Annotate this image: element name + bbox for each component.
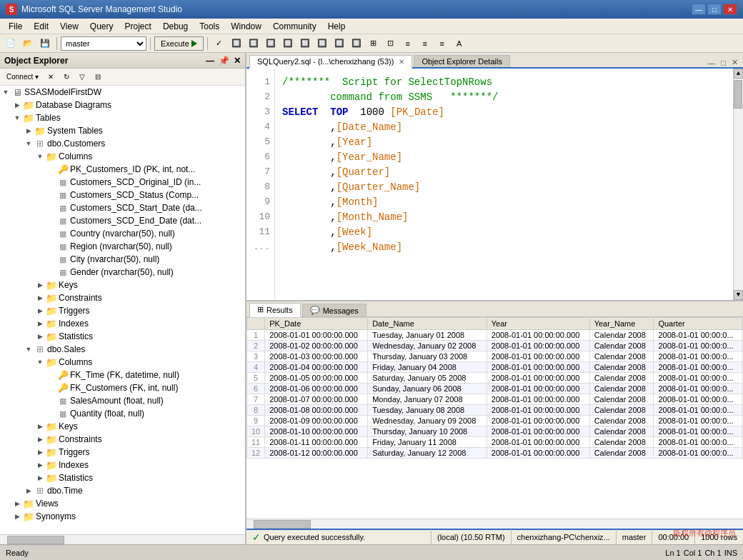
toolbar-btn-6[interactable]: 🔲	[314, 36, 330, 51]
editor-vertical-scrollbar[interactable]: ▲ ▼	[733, 69, 743, 300]
toolbar-btn-2[interactable]: 🔲	[246, 36, 261, 51]
menu-edit[interactable]: Edit	[28, 19, 54, 34]
sql-editor[interactable]: 1 2 3 4 5 6 7 8 9 10 11 ... /******* Scr…	[246, 69, 743, 300]
toolbar-btn-9[interactable]: ⊞	[366, 36, 382, 51]
expander-sales[interactable]: ▼	[23, 344, 34, 355]
panel-pin-icon[interactable]: 📌	[219, 56, 229, 66]
table-row[interactable]: 7 2008-01-07 00:00:00.000 Monday, Januar…	[247, 394, 743, 405]
tree-node-db-diagrams[interactable]: ▶ 📁 Database Diagrams	[0, 99, 245, 111]
tree-node-constraints[interactable]: ▶ 📁 Constraints	[0, 291, 245, 304]
tree-node-col8[interactable]: ▦ City (nvarchar(50), null)	[0, 253, 245, 266]
table-row[interactable]: 12 2008-01-12 00:00:00.000 Saturday, Jan…	[247, 448, 743, 459]
tree-node-sindexes[interactable]: ▶ 📁 Indexes	[0, 459, 245, 471]
expander-skeys[interactable]: ▶	[34, 421, 46, 432]
expander-views[interactable]: ▶	[11, 498, 23, 509]
disconnect-button[interactable]: ✕	[44, 71, 58, 84]
query-tab-close[interactable]: ✕	[399, 58, 404, 66]
results-h-scroll-thumb[interactable]	[254, 520, 311, 529]
col-header-quarter[interactable]: Quarter	[654, 318, 743, 330]
toolbar-btn-5[interactable]: 🔲	[297, 36, 313, 51]
toolbar-btn-12[interactable]: ≡	[417, 36, 433, 51]
new-query-button[interactable]: 📄	[3, 36, 19, 51]
tree-node-customers[interactable]: ▼ ⊞ dbo.Customers	[0, 137, 245, 150]
tree-node-tables[interactable]: ▼ 📁 Tables	[0, 111, 245, 124]
expander-triggers[interactable]: ▶	[34, 305, 46, 316]
expander-keys[interactable]: ▶	[34, 279, 46, 291]
tree-node-scol3[interactable]: ▦ SalesAmount (float, null)	[0, 394, 245, 407]
check-button[interactable]: ✓	[211, 36, 227, 51]
results-horizontal-scrollbar[interactable]	[246, 519, 743, 529]
expander-sconstraints[interactable]: ▶	[34, 434, 46, 445]
toolbar-btn-14[interactable]: A	[452, 36, 467, 51]
col-header-year[interactable]: Year	[487, 318, 589, 330]
table-row[interactable]: 10 2008-01-10 00:00:00.000 Thursday, Jan…	[247, 426, 743, 437]
table-row[interactable]: 4 2008-01-04 00:00:00.000 Friday, Januar…	[247, 362, 743, 373]
tab-panel-close[interactable]: ✕	[729, 58, 740, 67]
menu-community[interactable]: Community	[267, 19, 322, 34]
tree-node-striggers[interactable]: ▶ 📁 Triggers	[0, 446, 245, 459]
tree-node-statistics[interactable]: ▶ 📁 Statistics	[0, 330, 245, 343]
expander-customers[interactable]: ▼	[23, 138, 34, 149]
expander-db-diagrams[interactable]: ▶	[11, 99, 23, 111]
results-table-container[interactable]: PK_Date Date_Name Year Year_Name Quarter…	[246, 317, 743, 519]
tree-node-time[interactable]: ▶ ⊞ dbo.Time	[0, 484, 245, 497]
menu-tools[interactable]: Tools	[194, 19, 225, 34]
results-tab-messages[interactable]: 💬 Messages	[302, 304, 366, 316]
tree-node-indexes[interactable]: ▶ 📁 Indexes	[0, 317, 245, 330]
expander-statistics[interactable]: ▶	[34, 331, 46, 342]
save-button[interactable]: 💾	[37, 36, 53, 51]
menu-project[interactable]: Project	[119, 19, 157, 34]
collapse-button[interactable]: ⊟	[91, 71, 105, 84]
menu-query[interactable]: Query	[84, 19, 119, 34]
expander-sstatistics[interactable]: ▶	[34, 472, 46, 484]
toolbar-btn-7[interactable]: 🔲	[331, 36, 347, 51]
expander-sales-cols[interactable]: ▼	[34, 356, 46, 368]
object-explorer-tree[interactable]: ▼ 🖥 SSASModelFirstDW ▶ 📁 Database Diagra…	[0, 86, 245, 534]
minimize-button[interactable]: —	[692, 4, 706, 15]
tree-node-skeys[interactable]: ▶ 📁 Keys	[0, 420, 245, 433]
open-button[interactable]: 📂	[20, 36, 36, 51]
tree-node-scol4[interactable]: ▦ Quantity (float, null)	[0, 407, 245, 420]
tree-node-views[interactable]: ▶ 📁 Views	[0, 497, 245, 510]
expander-striggers[interactable]: ▶	[34, 446, 46, 458]
col-header-year-name[interactable]: Year_Name	[589, 318, 654, 330]
panel-close-icon[interactable]: ✕	[234, 56, 241, 66]
tab-panel-minimize[interactable]: —	[705, 59, 717, 67]
scroll-thumb[interactable]	[734, 80, 742, 109]
expander-indexes[interactable]: ▶	[34, 318, 46, 329]
scroll-track[interactable]	[734, 79, 743, 290]
tree-node-sconstraints[interactable]: ▶ 📁 Constraints	[0, 433, 245, 446]
expander-cust-cols[interactable]: ▼	[34, 151, 46, 162]
tree-node-scol2[interactable]: 🔑 FK_Customers (FK, int, null)	[0, 381, 245, 394]
table-row[interactable]: 6 2008-01-06 00:00:00.000 Sunday, Januar…	[247, 384, 743, 394]
table-row[interactable]: 2 2008-01-02 00:00:00.000 Wednesday, Jan…	[247, 341, 743, 351]
menu-view[interactable]: View	[54, 19, 84, 34]
toolbar-btn-13[interactable]: ≡	[434, 36, 450, 51]
tree-node-col4[interactable]: ▦ Customers_SCD_Start_Date (da...	[0, 201, 245, 214]
expander-tables[interactable]: ▼	[11, 112, 23, 124]
scroll-down-arrow[interactable]: ▼	[734, 290, 743, 300]
expander-constraints[interactable]: ▶	[34, 292, 46, 304]
maximize-button[interactable]: □	[707, 4, 722, 15]
table-row[interactable]: 11 2008-01-11 00:00:00.000 Friday, Janua…	[247, 437, 743, 448]
table-row[interactable]: 5 2008-01-05 00:00:00.000 Saturday, Janu…	[247, 373, 743, 384]
table-row[interactable]: 8 2008-01-08 00:00:00.000 Tuesday, Janua…	[247, 405, 743, 416]
database-selector[interactable]: master	[61, 36, 146, 51]
close-button[interactable]: ✕	[723, 4, 737, 15]
menu-debug[interactable]: Debug	[157, 19, 194, 34]
tree-node-sys-tables[interactable]: ▶ 📁 System Tables	[0, 124, 245, 137]
tree-node-col2[interactable]: ▦ Customers_SCD_Original_ID (in...	[0, 176, 245, 189]
tree-node-keys[interactable]: ▶ 📁 Keys	[0, 279, 245, 291]
tree-node-synonyms[interactable]: ▶ 📁 Synonyms	[0, 510, 245, 523]
filter-button[interactable]: ▽	[75, 71, 89, 84]
tab-panel-float[interactable]: □	[719, 59, 728, 67]
toolbar-btn-3[interactable]: 🔲	[263, 36, 279, 51]
expander-sys-tables[interactable]: ▶	[23, 125, 34, 136]
toolbar-btn-10[interactable]: ⊡	[383, 36, 399, 51]
col-header-pk-date[interactable]: PK_Date	[265, 318, 368, 330]
tab-query[interactable]: SQLQuery2.sql - (l...\chenxizhang (53)) …	[249, 55, 412, 69]
panel-minus-icon[interactable]: —	[206, 56, 214, 66]
tree-node-triggers[interactable]: ▶ 📁 Triggers	[0, 304, 245, 317]
results-tab-results[interactable]: ⊞ Results	[249, 303, 301, 317]
toolbar-btn-11[interactable]: ≡	[400, 36, 416, 51]
